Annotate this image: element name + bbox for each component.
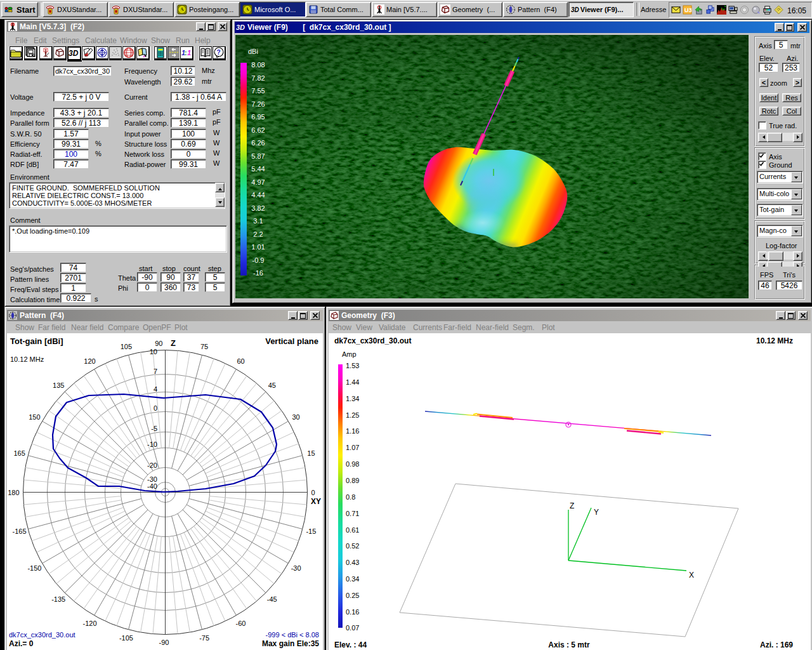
svg-text:10.12 MHz: 10.12 MHz [10,355,44,363]
svg-text:0.52: 0.52 [346,542,359,550]
svg-text:1.07: 1.07 [346,444,359,451]
svg-text:-10: -10 [147,441,157,448]
svg-text:-5: -5 [151,425,157,432]
svg-text:Z: Z [570,501,574,510]
svg-text:Y: Y [594,508,599,517]
svg-text:0.71: 0.71 [346,510,359,517]
svg-text:2.2: 2.2 [253,230,263,238]
svg-text:7.82: 7.82 [251,74,265,82]
svg-text:150: 150 [29,413,40,421]
svg-text:-90: -90 [159,639,169,646]
svg-text:4.44: 4.44 [251,191,265,199]
svg-text:-105: -105 [119,634,133,642]
svg-text:0.25: 0.25 [346,592,359,599]
svg-text:1.25: 1.25 [346,411,359,419]
svg-text:XY: XY [311,497,321,506]
svg-text:Vertical plane: Vertical plane [265,336,318,346]
svg-text:?: ? [217,49,221,56]
svg-text:0.34: 0.34 [346,575,359,583]
svg-text:60: 60 [237,357,244,365]
svg-text:15: 15 [307,449,315,457]
svg-text:165: 165 [13,449,25,457]
svg-text:-75: -75 [199,634,209,642]
svg-text:45: 45 [268,381,276,389]
svg-text:7.55: 7.55 [251,87,265,95]
svg-text:-120: -120 [82,620,96,627]
svg-text:10: 10 [150,348,157,355]
svg-text:Azi.= 0: Azi.= 0 [9,639,34,648]
svg-text:-15: -15 [306,527,316,535]
svg-text:dk7cx_cx30rd_30.out: dk7cx_cx30rd_30.out [9,631,75,639]
svg-text:0.43: 0.43 [346,559,359,566]
svg-text:3.82: 3.82 [251,204,265,212]
svg-text:1.16: 1.16 [346,427,359,435]
svg-text:-45: -45 [267,595,277,603]
svg-text:4: 4 [154,385,157,393]
svg-text:0.8: 0.8 [346,493,355,501]
svg-text:5.87: 5.87 [251,152,265,160]
svg-text:10.12 MHz: 10.12 MHz [756,336,793,345]
svg-text:-135: -135 [51,595,65,603]
svg-text:0.61: 0.61 [346,526,359,534]
svg-text:0.89: 0.89 [346,477,359,484]
svg-text:0.98: 0.98 [346,460,359,468]
svg-text:Tot-gain [dBi]: Tot-gain [dBi] [10,336,63,346]
svg-text:Z: Z [171,338,176,348]
svg-text:6.62: 6.62 [251,126,265,134]
svg-text:135: 135 [53,381,64,389]
svg-text:7.26: 7.26 [251,100,265,108]
svg-text:Max gain Ele:35: Max gain Ele:35 [262,639,319,648]
svg-text:3.1: 3.1 [253,217,263,225]
svg-text:3D: 3D [69,49,79,58]
svg-text:-16: -16 [253,269,263,277]
svg-text:-20: -20 [147,461,157,469]
svg-text:0.07: 0.07 [346,624,359,632]
svg-text:30: 30 [292,413,299,421]
svg-text:1.01: 1.01 [251,243,265,251]
svg-text:180: 180 [8,489,19,496]
svg-text:dBi: dBi [248,48,258,55]
svg-text:Amp: Amp [342,350,357,358]
svg-text:5.44: 5.44 [251,165,265,173]
svg-text:U3: U3 [684,7,692,13]
svg-text:Axis : 5 mtr: Axis : 5 mtr [548,640,590,649]
svg-text:0: 0 [311,489,315,496]
svg-text:-0.9: -0.9 [252,256,265,264]
svg-text:dk7cx_cx30rd_30.out: dk7cx_cx30rd_30.out [334,336,411,345]
svg-text:Elev. : 44: Elev. : 44 [334,640,367,649]
svg-text:105: 105 [121,343,132,350]
svg-text:-30: -30 [291,564,301,572]
svg-text:1.44: 1.44 [346,378,359,386]
svg-text:75: 75 [200,343,208,350]
svg-text:1.53: 1.53 [346,362,359,369]
svg-text:6.26: 6.26 [251,139,265,147]
svg-text:90: 90 [155,340,162,347]
svg-text:6.95: 6.95 [251,113,265,121]
svg-text:-40: -40 [147,482,157,490]
svg-text:7: 7 [154,368,157,375]
svg-text:8.08: 8.08 [251,61,265,69]
svg-text:-999 < dBi < 8.08: -999 < dBi < 8.08 [266,631,319,639]
svg-text:0.16: 0.16 [346,608,359,616]
svg-text:1.34: 1.34 [346,395,359,402]
svg-text:-60: -60 [236,620,246,627]
svg-text:4.97: 4.97 [251,178,265,186]
svg-text:0: 0 [154,404,157,412]
svg-text:1: 1 [187,49,191,56]
svg-text:-165: -165 [13,527,27,535]
svg-text:120: 120 [84,357,95,365]
svg-text:-150: -150 [27,564,41,572]
svg-text:Azi. : 169: Azi. : 169 [760,640,793,649]
svg-text:X: X [689,571,694,580]
